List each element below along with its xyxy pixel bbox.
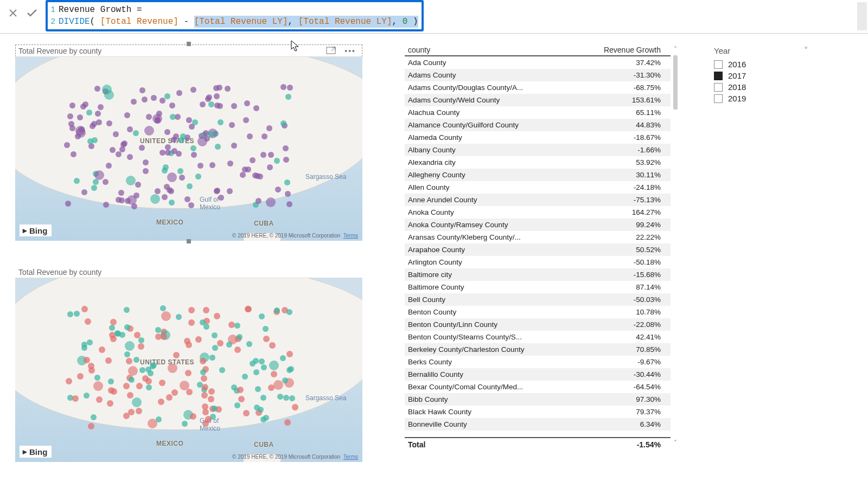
table-body: Ada County37.42%Adams County-31.30%Adams… xyxy=(405,56,671,436)
bing-logo: Bing xyxy=(20,446,52,458)
table-row[interactable]: Aransas County/Kleberg County/...22.22% xyxy=(405,231,671,243)
table-row[interactable]: Alamance County/Guilford County44.83% xyxy=(405,119,671,131)
table-total-row: Total -1.54% xyxy=(405,437,671,451)
slicer-item-2018[interactable]: 2018 xyxy=(713,81,810,93)
table-row[interactable]: Adams County/Weld County153.61% xyxy=(405,94,671,106)
table-row[interactable]: Berkeley County/Charleston County70.85% xyxy=(405,343,671,356)
chevron-down-icon[interactable]: ˅ xyxy=(804,46,808,55)
formula-bar: 1 Revenue Growth = 2 DIVIDE( [Total Reve… xyxy=(0,0,868,34)
table-header: county Revenue Growth xyxy=(405,44,671,56)
cancel-icon[interactable] xyxy=(8,8,18,18)
map1-title: Total Revenue by county xyxy=(18,47,101,55)
map-attribution: © 2019 HERE, © 2019 Microsoft Corporatio… xyxy=(232,233,358,239)
map2-title: Total Revenue by county xyxy=(18,268,101,277)
table-scrollbar[interactable]: ˄ ˅ xyxy=(672,46,679,447)
table-row[interactable]: Albany County-1.66% xyxy=(405,144,671,156)
checkbox-icon[interactable] xyxy=(714,60,723,69)
checkbox-icon[interactable] xyxy=(714,94,723,103)
map1-body[interactable]: UNITED STATES MEXICO CUBA Sargasso Sea G… xyxy=(15,56,362,241)
table-row[interactable]: Arapahoe County50.52% xyxy=(405,243,671,256)
table-row[interactable]: Bonneville County6.34% xyxy=(405,418,671,431)
table-row[interactable]: Allen County-24.18% xyxy=(405,181,671,194)
table-row[interactable]: Benton County/Linn County-22.08% xyxy=(405,318,671,331)
col-header-county[interactable]: county xyxy=(405,46,584,54)
table-row[interactable]: Anoka County/Ramsey County99.24% xyxy=(405,219,671,231)
formula-scrollbar[interactable] xyxy=(857,2,867,30)
table-row[interactable]: Baltimore County87.14% xyxy=(405,281,671,293)
scroll-down-icon[interactable]: ˅ xyxy=(672,439,679,447)
table-row[interactable]: Berks County-9.67% xyxy=(405,356,671,368)
table-row[interactable]: Adams County-31.30% xyxy=(405,69,671,81)
report-canvas: Total Revenue by county ••• UNITED STATE… xyxy=(0,34,868,473)
gutter-1: 1 xyxy=(49,4,59,16)
more-options-icon[interactable]: ••• xyxy=(344,47,356,55)
table-row[interactable]: Allegheny County30.11% xyxy=(405,169,671,181)
table-row[interactable]: Ada County37.42% xyxy=(405,56,671,69)
table-row[interactable]: Bell County-50.03% xyxy=(405,293,671,306)
table-visual[interactable]: county Revenue Growth Ada County37.42%Ad… xyxy=(405,44,671,462)
table-row[interactable]: Black Hawk County79.37% xyxy=(405,406,671,418)
table-row[interactable]: Arlington County-50.18% xyxy=(405,256,671,268)
table-row[interactable]: Adams County/Douglas County/A...-68.75% xyxy=(405,81,671,94)
slicer-item-2017[interactable]: 2017 xyxy=(713,70,810,81)
table-row[interactable]: Alachua County65.11% xyxy=(405,106,671,119)
table-row[interactable]: Benton County/Stearns County/S...42.41% xyxy=(405,331,671,343)
slicer-item-2016[interactable]: 2016 xyxy=(713,59,810,70)
checkbox-icon[interactable] xyxy=(714,72,723,80)
focus-mode-icon[interactable] xyxy=(326,47,336,56)
measure-name: Revenue Growth = xyxy=(59,4,142,16)
bing-logo: Bing xyxy=(20,224,52,236)
table-row[interactable]: Benton County10.78% xyxy=(405,306,671,318)
map2-body[interactable]: UNITED STATES MEXICO CUBA Sargasso Sea G… xyxy=(15,278,362,462)
table-row[interactable]: Anoka County164.27% xyxy=(405,206,671,219)
slicer-item-2019[interactable]: 2019 xyxy=(713,93,810,104)
col-header-growth[interactable]: Revenue Growth xyxy=(584,46,671,54)
map-attribution: © 2019 HERE, © 2019 Microsoft Corporatio… xyxy=(232,454,358,460)
table-row[interactable]: Baltimore city-15.68% xyxy=(405,268,671,281)
map-visual-2[interactable]: Total Revenue by county UNITED STATES ME… xyxy=(15,266,362,462)
scroll-thumb[interactable] xyxy=(673,55,678,110)
commit-icon[interactable] xyxy=(26,8,38,18)
checkbox-icon[interactable] xyxy=(714,83,723,92)
slicer-title: Year xyxy=(714,46,730,55)
table-row[interactable]: Bexar County/Comal County/Med...-64.54% xyxy=(405,381,671,393)
map-visual-1[interactable]: Total Revenue by county ••• UNITED STATE… xyxy=(15,44,362,241)
scroll-up-icon[interactable]: ˄ xyxy=(672,46,679,53)
terms-link[interactable]: Terms xyxy=(343,233,358,239)
table-row[interactable]: Bibb County97.30% xyxy=(405,393,671,406)
gutter-2: 2 xyxy=(49,16,59,28)
table-row[interactable]: Alameda County-18.67% xyxy=(405,131,671,144)
year-slicer[interactable]: Year ˅ 2016201720182019 xyxy=(713,44,810,462)
table-row[interactable]: Anne Arundel County-75.13% xyxy=(405,194,671,206)
terms-link[interactable]: Terms xyxy=(343,454,358,460)
table-row[interactable]: Bernalillo County-30.44% xyxy=(405,368,671,381)
formula-editor[interactable]: 1 Revenue Growth = 2 DIVIDE( [Total Reve… xyxy=(46,0,424,31)
table-row[interactable]: Alexandria city53.92% xyxy=(405,156,671,169)
